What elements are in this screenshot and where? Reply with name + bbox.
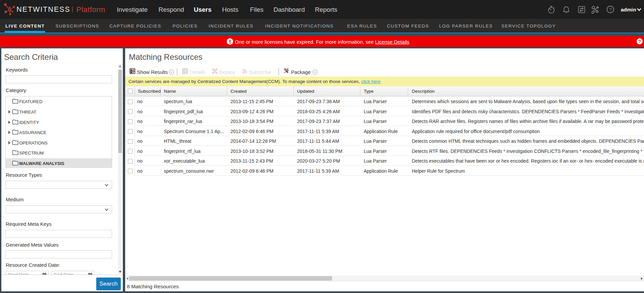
svg-text:?: ? (638, 39, 641, 44)
svg-text:?: ? (609, 7, 611, 12)
